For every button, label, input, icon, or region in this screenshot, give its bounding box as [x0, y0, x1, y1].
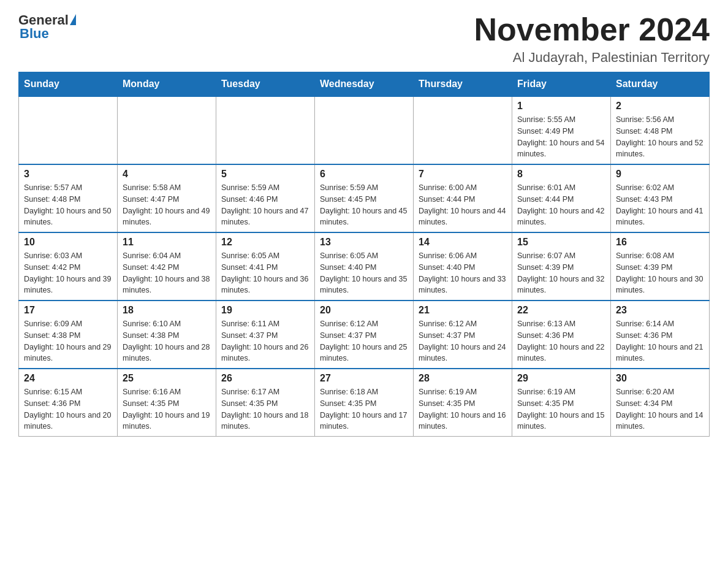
col-header-monday: Monday: [118, 72, 216, 97]
day-number: 6: [320, 169, 408, 180]
day-info: Sunrise: 5:56 AM Sunset: 4:48 PM Dayligh…: [616, 114, 704, 160]
day-number: 11: [123, 237, 211, 248]
calendar-cell: 13Sunrise: 6:05 AM Sunset: 4:40 PM Dayli…: [315, 232, 414, 301]
calendar-cell: 10Sunrise: 6:03 AM Sunset: 4:42 PM Dayli…: [19, 232, 118, 301]
calendar-cell: 11Sunrise: 6:04 AM Sunset: 4:42 PM Dayli…: [118, 232, 216, 301]
calendar-cell: 8Sunrise: 6:01 AM Sunset: 4:44 PM Daylig…: [512, 164, 611, 232]
logo: General Blue: [18, 12, 76, 42]
day-number: 27: [320, 373, 408, 384]
day-number: 15: [517, 237, 605, 248]
day-number: 14: [419, 237, 507, 248]
day-number: 9: [616, 169, 704, 180]
calendar-cell: 23Sunrise: 6:14 AM Sunset: 4:36 PM Dayli…: [611, 301, 710, 369]
calendar-cell: [315, 96, 414, 164]
day-number: 3: [24, 169, 112, 180]
day-number: 8: [517, 169, 605, 180]
day-number: 5: [221, 169, 309, 180]
day-info: Sunrise: 6:01 AM Sunset: 4:44 PM Dayligh…: [517, 182, 605, 228]
calendar-week-row: 3Sunrise: 5:57 AM Sunset: 4:48 PM Daylig…: [19, 164, 710, 232]
calendar-cell: 18Sunrise: 6:10 AM Sunset: 4:38 PM Dayli…: [118, 301, 216, 369]
logo-blue-text: Blue: [18, 26, 49, 42]
day-info: Sunrise: 6:18 AM Sunset: 4:35 PM Dayligh…: [320, 386, 408, 432]
day-number: 2: [616, 101, 704, 112]
day-info: Sunrise: 6:04 AM Sunset: 4:42 PM Dayligh…: [123, 250, 211, 296]
month-title: November 2024: [474, 12, 710, 47]
day-number: 12: [221, 237, 309, 248]
day-info: Sunrise: 6:02 AM Sunset: 4:43 PM Dayligh…: [616, 182, 704, 228]
day-number: 16: [616, 237, 704, 248]
day-info: Sunrise: 5:57 AM Sunset: 4:48 PM Dayligh…: [24, 182, 112, 228]
page-header: General Blue November 2024 Al Judayrah, …: [18, 12, 710, 66]
day-info: Sunrise: 6:08 AM Sunset: 4:39 PM Dayligh…: [616, 250, 704, 296]
day-number: 22: [517, 305, 605, 316]
calendar-cell: 3Sunrise: 5:57 AM Sunset: 4:48 PM Daylig…: [19, 164, 118, 232]
calendar-cell: 30Sunrise: 6:20 AM Sunset: 4:34 PM Dayli…: [611, 369, 710, 437]
day-info: Sunrise: 6:06 AM Sunset: 4:40 PM Dayligh…: [419, 250, 507, 296]
calendar-cell: 20Sunrise: 6:12 AM Sunset: 4:37 PM Dayli…: [315, 301, 414, 369]
title-block: November 2024 Al Judayrah, Palestinian T…: [474, 12, 710, 66]
calendar-cell: 2Sunrise: 5:56 AM Sunset: 4:48 PM Daylig…: [611, 96, 710, 164]
day-info: Sunrise: 6:19 AM Sunset: 4:35 PM Dayligh…: [517, 386, 605, 432]
calendar-cell: 26Sunrise: 6:17 AM Sunset: 4:35 PM Dayli…: [216, 369, 315, 437]
day-info: Sunrise: 6:12 AM Sunset: 4:37 PM Dayligh…: [419, 318, 507, 364]
calendar-cell: 29Sunrise: 6:19 AM Sunset: 4:35 PM Dayli…: [512, 369, 611, 437]
day-info: Sunrise: 6:17 AM Sunset: 4:35 PM Dayligh…: [221, 386, 309, 432]
logo-triangle-icon: [70, 14, 76, 25]
calendar-cell: 25Sunrise: 6:16 AM Sunset: 4:35 PM Dayli…: [118, 369, 216, 437]
col-header-wednesday: Wednesday: [315, 72, 414, 97]
day-info: Sunrise: 6:15 AM Sunset: 4:36 PM Dayligh…: [24, 386, 112, 432]
calendar-cell: 14Sunrise: 6:06 AM Sunset: 4:40 PM Dayli…: [414, 232, 512, 301]
col-header-thursday: Thursday: [414, 72, 512, 97]
calendar-cell: 27Sunrise: 6:18 AM Sunset: 4:35 PM Dayli…: [315, 369, 414, 437]
calendar-cell: 4Sunrise: 5:58 AM Sunset: 4:47 PM Daylig…: [118, 164, 216, 232]
day-number: 23: [616, 305, 704, 316]
calendar-week-row: 10Sunrise: 6:03 AM Sunset: 4:42 PM Dayli…: [19, 232, 710, 301]
day-info: Sunrise: 5:59 AM Sunset: 4:46 PM Dayligh…: [221, 182, 309, 228]
day-number: 17: [24, 305, 112, 316]
day-info: Sunrise: 6:14 AM Sunset: 4:36 PM Dayligh…: [616, 318, 704, 364]
calendar-cell: 7Sunrise: 6:00 AM Sunset: 4:44 PM Daylig…: [414, 164, 512, 232]
calendar-cell: 9Sunrise: 6:02 AM Sunset: 4:43 PM Daylig…: [611, 164, 710, 232]
calendar-cell: 6Sunrise: 5:59 AM Sunset: 4:45 PM Daylig…: [315, 164, 414, 232]
calendar-week-row: 24Sunrise: 6:15 AM Sunset: 4:36 PM Dayli…: [19, 369, 710, 437]
calendar-cell: [118, 96, 216, 164]
day-info: Sunrise: 6:16 AM Sunset: 4:35 PM Dayligh…: [123, 386, 211, 432]
calendar-cell: 5Sunrise: 5:59 AM Sunset: 4:46 PM Daylig…: [216, 164, 315, 232]
calendar-cell: 28Sunrise: 6:19 AM Sunset: 4:35 PM Dayli…: [414, 369, 512, 437]
day-info: Sunrise: 5:59 AM Sunset: 4:45 PM Dayligh…: [320, 182, 408, 228]
calendar-week-row: 17Sunrise: 6:09 AM Sunset: 4:38 PM Dayli…: [19, 301, 710, 369]
calendar-week-row: 1Sunrise: 5:55 AM Sunset: 4:49 PM Daylig…: [19, 96, 710, 164]
day-number: 28: [419, 373, 507, 384]
day-info: Sunrise: 6:11 AM Sunset: 4:37 PM Dayligh…: [221, 318, 309, 364]
day-info: Sunrise: 6:13 AM Sunset: 4:36 PM Dayligh…: [517, 318, 605, 364]
calendar-cell: 21Sunrise: 6:12 AM Sunset: 4:37 PM Dayli…: [414, 301, 512, 369]
col-header-saturday: Saturday: [611, 72, 710, 97]
calendar-cell: 1Sunrise: 5:55 AM Sunset: 4:49 PM Daylig…: [512, 96, 611, 164]
day-info: Sunrise: 6:07 AM Sunset: 4:39 PM Dayligh…: [517, 250, 605, 296]
calendar-cell: 24Sunrise: 6:15 AM Sunset: 4:36 PM Dayli…: [19, 369, 118, 437]
calendar-cell: 16Sunrise: 6:08 AM Sunset: 4:39 PM Dayli…: [611, 232, 710, 301]
col-header-sunday: Sunday: [19, 72, 118, 97]
day-info: Sunrise: 6:03 AM Sunset: 4:42 PM Dayligh…: [24, 250, 112, 296]
calendar-cell: 15Sunrise: 6:07 AM Sunset: 4:39 PM Dayli…: [512, 232, 611, 301]
day-number: 29: [517, 373, 605, 384]
day-info: Sunrise: 6:12 AM Sunset: 4:37 PM Dayligh…: [320, 318, 408, 364]
day-number: 18: [123, 305, 211, 316]
day-info: Sunrise: 6:05 AM Sunset: 4:40 PM Dayligh…: [320, 250, 408, 296]
location-title: Al Judayrah, Palestinian Territory: [474, 50, 710, 66]
day-info: Sunrise: 6:00 AM Sunset: 4:44 PM Dayligh…: [419, 182, 507, 228]
col-header-tuesday: Tuesday: [216, 72, 315, 97]
day-number: 26: [221, 373, 309, 384]
calendar-cell: [19, 96, 118, 164]
day-info: Sunrise: 5:58 AM Sunset: 4:47 PM Dayligh…: [123, 182, 211, 228]
calendar-cell: 19Sunrise: 6:11 AM Sunset: 4:37 PM Dayli…: [216, 301, 315, 369]
day-info: Sunrise: 5:55 AM Sunset: 4:49 PM Dayligh…: [517, 114, 605, 160]
day-number: 20: [320, 305, 408, 316]
col-header-friday: Friday: [512, 72, 611, 97]
calendar-table: SundayMondayTuesdayWednesdayThursdayFrid…: [18, 72, 710, 437]
day-number: 19: [221, 305, 309, 316]
calendar-header-row: SundayMondayTuesdayWednesdayThursdayFrid…: [19, 72, 710, 97]
day-info: Sunrise: 6:09 AM Sunset: 4:38 PM Dayligh…: [24, 318, 112, 364]
day-number: 4: [123, 169, 211, 180]
calendar-cell: 12Sunrise: 6:05 AM Sunset: 4:41 PM Dayli…: [216, 232, 315, 301]
